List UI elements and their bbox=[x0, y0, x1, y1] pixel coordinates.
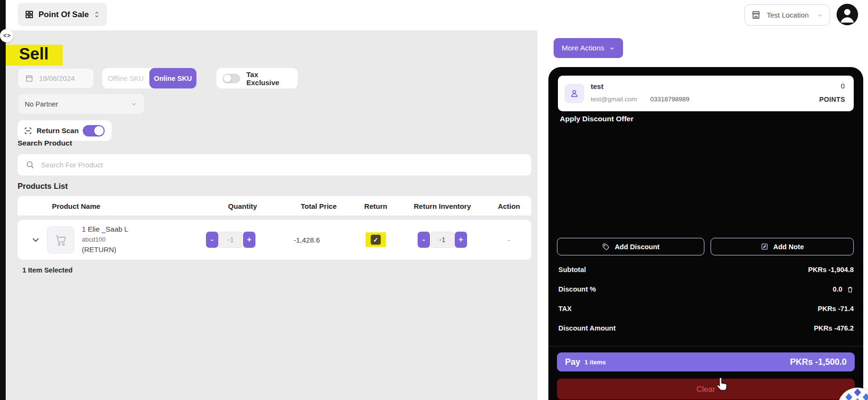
quantity-decrease-button[interactable]: - bbox=[206, 232, 218, 248]
products-table-header: Product Name Quantity Total Price Return… bbox=[18, 196, 531, 215]
col-return-inventory: Return Inventory bbox=[414, 202, 471, 210]
selection-status: 1 Item Selected bbox=[22, 266, 73, 274]
date-picker[interactable]: 19/08/2024 bbox=[18, 68, 94, 88]
sort-carets-icon bbox=[94, 11, 100, 18]
sku-mode-toggle: Offline SKU Online SKU bbox=[102, 68, 196, 88]
pos-screen: Point Of Sale Test Location bbox=[0, 0, 868, 400]
add-discount-label: Add Discount bbox=[614, 243, 659, 251]
row-expander-chevron-icon[interactable] bbox=[30, 234, 41, 246]
tax-exclusive-label: Tax Exclusive bbox=[246, 70, 292, 87]
discount-percent-value: 0.0 bbox=[833, 285, 842, 293]
points-value: 0 bbox=[841, 82, 845, 90]
sidebar-toggle-icon[interactable]: <> bbox=[0, 29, 13, 42]
table-row: 1 Elie _Saab L abcd100 (RETURN) - + -1,4… bbox=[18, 220, 531, 260]
location-label: Test Location bbox=[767, 11, 809, 19]
return-checkbox-highlight: ✓ bbox=[366, 233, 386, 247]
discount-percent-row: Discount % 0.0 bbox=[558, 284, 854, 294]
app-switcher-label: Point Of Sale bbox=[39, 10, 89, 20]
col-total-price: Total Price bbox=[301, 202, 337, 210]
add-note-label: Add Note bbox=[773, 243, 804, 251]
pay-button[interactable]: Pay 1 items PKRs -1,500.0 bbox=[557, 352, 855, 371]
discount-amount-label: Discount Amount bbox=[558, 324, 615, 332]
tax-value: PKRs -71.4 bbox=[818, 305, 854, 312]
cart-icon bbox=[54, 233, 68, 247]
subtotal-row: Subtotal PKRs -1,904.8 bbox=[558, 265, 854, 274]
return-inventory-decrease-button[interactable]: - bbox=[418, 232, 430, 248]
search-box bbox=[18, 154, 531, 176]
customer-name: test bbox=[591, 82, 604, 90]
return-scan-control: Return Scan bbox=[18, 120, 112, 141]
online-sku-button[interactable]: Online SKU bbox=[149, 68, 196, 88]
return-scan-label: Return Scan bbox=[37, 127, 78, 135]
partner-select[interactable]: No Partner bbox=[18, 94, 144, 114]
trash-icon[interactable] bbox=[847, 286, 854, 293]
search-icon bbox=[26, 160, 35, 169]
product-info: 1 Elie _Saab L abcd100 (RETURN) bbox=[82, 225, 128, 253]
subtotal-value: PKRs -1,904.8 bbox=[808, 266, 854, 273]
pay-items-count: 1 items bbox=[585, 359, 606, 366]
location-selector[interactable]: Test Location bbox=[744, 4, 830, 26]
customer-card[interactable]: test test@gmail.com 03318798989 0 POINTS bbox=[558, 76, 854, 111]
person-icon bbox=[837, 4, 858, 25]
clear-button[interactable]: Clear bbox=[557, 379, 855, 400]
cart-panel: test test@gmail.com 03318798989 0 POINTS… bbox=[548, 67, 863, 400]
offline-sku-button[interactable]: Offline SKU bbox=[102, 68, 149, 88]
more-actions-button[interactable]: More Actions bbox=[554, 38, 623, 58]
tax-exclusive-toggle[interactable] bbox=[223, 74, 240, 83]
col-return: Return bbox=[364, 202, 387, 210]
quantity-value[interactable] bbox=[219, 232, 242, 248]
pay-amount: PKRs -1,500.0 bbox=[790, 357, 847, 367]
product-thumbnail bbox=[47, 226, 74, 254]
product-return-tag: (RETURN) bbox=[82, 246, 128, 253]
customer-contacts: test@gmail.com 03318798989 bbox=[591, 96, 690, 103]
return-checkbox[interactable]: ✓ bbox=[371, 235, 381, 245]
return-scan-toggle[interactable] bbox=[83, 125, 105, 137]
calendar-icon bbox=[25, 74, 33, 82]
sell-page: Sell 19/08/2024 Offline SKU Online SKU T… bbox=[6, 30, 537, 400]
quantity-stepper: - + bbox=[206, 232, 255, 248]
discount-amount-row: Discount Amount PKRs -476.2 bbox=[558, 323, 854, 333]
product-name: 1 Elie _Saab L bbox=[82, 225, 128, 233]
add-discount-button[interactable]: Add Discount bbox=[557, 238, 704, 255]
grid-icon bbox=[25, 10, 34, 19]
tax-exclusive-control: Tax Exclusive bbox=[216, 68, 298, 88]
tax-row: TAX PKRs -71.4 bbox=[558, 304, 854, 313]
product-sku: abcd100 bbox=[82, 236, 128, 243]
pay-label: Pay bbox=[565, 357, 580, 367]
left-edge-strip bbox=[0, 0, 6, 400]
more-actions-label: More Actions bbox=[562, 44, 605, 52]
search-product-label: Search Product bbox=[18, 139, 72, 147]
date-value: 19/08/2024 bbox=[39, 74, 75, 82]
customer-phone: 03318798989 bbox=[650, 96, 690, 103]
customer-avatar bbox=[565, 84, 584, 103]
app-switcher-button[interactable]: Point Of Sale bbox=[18, 3, 107, 26]
partner-value: No Partner bbox=[25, 100, 58, 108]
subtotal-label: Subtotal bbox=[558, 266, 586, 273]
pay-section-divider bbox=[548, 346, 863, 347]
customer-email: test@gmail.com bbox=[591, 96, 637, 103]
total-price-value: -1,428.6 bbox=[293, 236, 320, 244]
products-list-label: Products List bbox=[18, 182, 68, 191]
return-inventory-value[interactable] bbox=[431, 232, 454, 248]
store-icon bbox=[751, 10, 761, 20]
scan-icon bbox=[24, 127, 32, 135]
user-avatar[interactable] bbox=[837, 4, 858, 25]
tax-label: TAX bbox=[558, 305, 572, 312]
return-inventory-stepper: - + bbox=[418, 232, 467, 248]
row-action: - bbox=[508, 236, 510, 244]
note-edit-icon bbox=[761, 243, 769, 251]
search-input[interactable] bbox=[41, 161, 523, 169]
return-inventory-increase-button[interactable]: + bbox=[455, 232, 467, 248]
chevron-down-icon bbox=[817, 12, 823, 19]
col-quantity: Quantity bbox=[228, 202, 257, 210]
apply-discount-offer-label: Apply Discount Offer bbox=[560, 115, 634, 123]
brand-logo-icon[interactable] bbox=[838, 388, 868, 400]
page-title: Sell bbox=[6, 45, 63, 66]
chevron-down-icon bbox=[130, 100, 137, 107]
tag-icon bbox=[602, 243, 610, 251]
col-product-name: Product Name bbox=[52, 202, 100, 210]
col-action: Action bbox=[498, 202, 520, 210]
quantity-increase-button[interactable]: + bbox=[243, 232, 255, 248]
person-icon bbox=[569, 88, 579, 98]
add-note-button[interactable]: Add Note bbox=[711, 238, 854, 255]
